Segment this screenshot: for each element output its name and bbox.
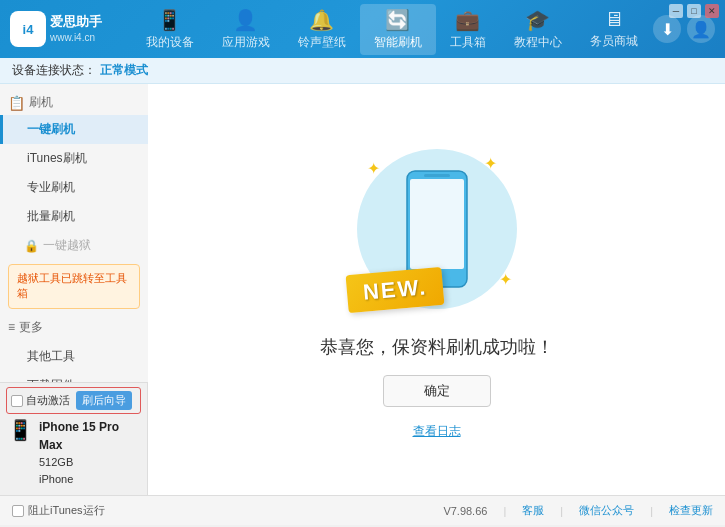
flash-section-icon: 📋 [8,95,25,111]
maximize-button[interactable]: □ [687,4,701,18]
success-illustration: ✦ ✦ ✦ NEW. 恭喜您，保资料刷机成 [320,139,554,440]
sidebar: 📋 刷机 一键刷机 iTunes刷机 专业刷机 批量刷机 🔒 一键越狱 [0,84,148,382]
logo-text: 爱思助手 www.i4.cn [50,14,102,44]
guide-button[interactable]: 刷后向导 [76,391,132,410]
device-options-row: 自动激活 刷后向导 [6,387,141,414]
device-model: iPhone [39,471,139,488]
more-icon: ≡ [8,320,15,334]
jailbreak-notice: 越狱工具已跳转至工具箱 [8,264,140,309]
status-prefix: 设备连接状态： [12,62,96,79]
tab-toolbox[interactable]: 💼 工具箱 [436,4,500,55]
minimize-button[interactable]: ─ [669,4,683,18]
close-button[interactable]: ✕ [705,4,719,18]
flash-icon: 🔄 [385,8,410,32]
device-details: iPhone 15 Pro Max 512GB iPhone [39,418,139,487]
svg-rect-1 [410,179,464,269]
star2-icon: ✦ [484,154,497,173]
nav-tabs: 📱 我的设备 👤 应用游戏 🔔 铃声壁纸 🔄 智能刷机 💼 工具箱 🎓 [130,4,653,55]
tab-my-device[interactable]: 📱 我的设备 [132,4,208,55]
toolbox-icon: 💼 [455,8,480,32]
itunes-label: 阻止iTunes运行 [28,503,105,518]
tab-ringtones[interactable]: 🔔 铃声壁纸 [284,4,360,55]
device-section: 自动激活 刷后向导 📱 iPhone 15 Pro Max 512GB iPho… [0,382,147,495]
status-value: 正常模式 [100,62,148,79]
tab-smart-flash[interactable]: 🔄 智能刷机 [360,4,436,55]
sidebar-item-other-tools[interactable]: 其他工具 [0,342,148,371]
flash-section-label: 📋 刷机 [0,90,148,115]
device-phone-icon: 📱 [8,418,33,442]
ringtone-icon: 🔔 [309,8,334,32]
version-label: V7.98.66 [443,505,487,517]
more-section-label: ≡ 更多 [0,313,148,342]
sidebar-item-batch-flash[interactable]: 批量刷机 [0,202,148,231]
auto-activate-label: 自动激活 [26,393,70,408]
tab-merchant[interactable]: 🖥 务员商城 [576,4,652,55]
sidebar-item-pro-flash[interactable]: 专业刷机 [0,173,148,202]
tab-apps-games[interactable]: 👤 应用游戏 [208,4,284,55]
device-storage: 512GB [39,454,139,471]
left-panel: 📋 刷机 一键刷机 iTunes刷机 专业刷机 批量刷机 🔒 一键越狱 [0,84,148,495]
log-link[interactable]: 查看日志 [413,423,461,440]
header-right: ⬇ 👤 [653,15,715,43]
tutorial-icon: 🎓 [525,8,550,32]
tab-tutorials[interactable]: 🎓 教程中心 [500,4,576,55]
window-controls: ─ □ ✕ [669,4,719,18]
svg-rect-3 [424,174,450,177]
sidebar-item-itunes-flash[interactable]: iTunes刷机 [0,144,148,173]
sub-header: 设备连接状态： 正常模式 [0,58,725,84]
main-content: ✦ ✦ ✦ NEW. 恭喜您，保资料刷机成 [148,84,725,495]
logo-icon: i4 [10,11,46,47]
star3-icon: ✦ [499,270,512,289]
device-name: iPhone 15 Pro Max [39,418,139,454]
auto-activate-option[interactable]: 自动激活 [11,393,70,408]
success-title: 恭喜您，保资料刷机成功啦！ [320,335,554,359]
confirm-button[interactable]: 确定 [383,375,491,407]
itunes-bar: 阻止iTunes运行 [12,503,105,518]
apps-icon: 👤 [233,8,258,32]
device-info: 📱 iPhone 15 Pro Max 512GB iPhone [6,414,141,491]
app-header: i4 爱思助手 www.i4.cn 📱 我的设备 👤 应用游戏 🔔 铃声壁纸 🔄 [0,0,725,58]
main-layout: 📋 刷机 一键刷机 iTunes刷机 专业刷机 批量刷机 🔒 一键越狱 [0,84,725,495]
merchant-icon: 🖥 [604,8,624,31]
sidebar-item-one-key-flash[interactable]: 一键刷机 [0,115,148,144]
wechat-link[interactable]: 微信公众号 [579,503,634,518]
auto-activate-checkbox[interactable] [11,395,23,407]
sidebar-item-download-firmware[interactable]: 下载固件 [0,371,148,382]
itunes-checkbox[interactable] [12,505,24,517]
user-button[interactable]: 👤 [687,15,715,43]
bottom-bar: 阻止iTunes运行 V7.98.66 | 客服 | 微信公众号 | 检查更新 [0,495,725,525]
download-button[interactable]: ⬇ [653,15,681,43]
check-update-link[interactable]: 检查更新 [669,503,713,518]
support-link[interactable]: 客服 [522,503,544,518]
logo-area: i4 爱思助手 www.i4.cn [10,11,130,47]
star1-icon: ✦ [367,159,380,178]
phone-container: ✦ ✦ ✦ NEW. [347,139,527,319]
my-device-icon: 📱 [157,8,182,32]
jailbreak-disabled: 🔒 一键越狱 [0,231,148,260]
